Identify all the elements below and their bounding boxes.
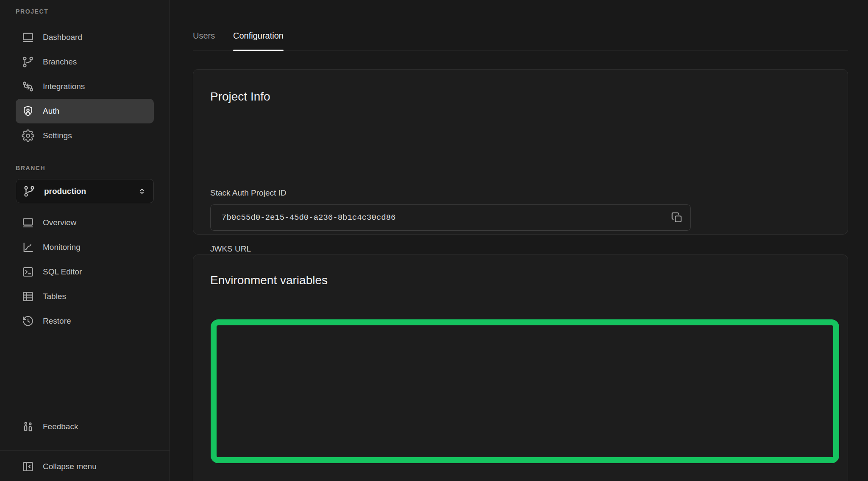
- project-nav: DashboardBranchesIntegrationsAuthSetting…: [16, 25, 154, 148]
- tab-configuration[interactable]: Configuration: [233, 21, 284, 50]
- copy-icon: [670, 211, 683, 224]
- jwks-url-label: JWKS URL: [210, 244, 251, 254]
- environment-variables-card: Environment variables Select your framew…: [193, 254, 848, 481]
- environment-variables-title: Environment variables: [210, 274, 328, 287]
- sidebar-item-dashboard[interactable]: Dashboard: [16, 25, 154, 50]
- page-tabs: Users Configuration: [193, 0, 848, 50]
- branches-icon: [23, 185, 36, 198]
- sidebar-divider: [0, 450, 170, 451]
- sidebar-item-label: Tables: [43, 292, 66, 301]
- dashboard-icon: [22, 31, 34, 44]
- sidebar-item-auth[interactable]: Auth: [16, 99, 154, 123]
- branches-icon: [22, 56, 34, 68]
- collapse-icon: [22, 460, 34, 473]
- branch-nav: OverviewMonitoringSQL EditorTablesRestor…: [16, 210, 154, 333]
- sidebar-item-tables[interactable]: Tables: [16, 284, 154, 309]
- integrations-icon: [22, 80, 34, 93]
- sidebar-item-label: Settings: [43, 131, 72, 140]
- settings-icon: [22, 129, 34, 142]
- sql-editor-icon: [22, 266, 34, 278]
- sidebar-item-settings[interactable]: Settings: [16, 123, 154, 148]
- sidebar-item-label: Overview: [43, 218, 76, 227]
- sidebar-item-restore[interactable]: Restore: [16, 309, 154, 333]
- project-id-field[interactable]: 7b0c55d0-2e15-45d0-a236-8b1c4c30cd86: [210, 204, 691, 231]
- branch-selector[interactable]: production: [16, 179, 154, 203]
- chevron-up-down-icon: [137, 187, 147, 196]
- feedback-label: Feedback: [43, 422, 78, 431]
- overview-icon: [22, 216, 34, 229]
- feedback-icon: [22, 420, 34, 433]
- collapse-menu-button[interactable]: Collapse menu: [16, 455, 154, 478]
- sidebar-item-overview[interactable]: Overview: [16, 210, 154, 235]
- sidebar-item-label: Restore: [43, 316, 71, 326]
- tab-users[interactable]: Users: [193, 21, 215, 50]
- sidebar-item-label: Dashboard: [43, 33, 82, 42]
- monitoring-icon: [22, 241, 34, 254]
- sidebar-item-feedback[interactable]: Feedback: [16, 415, 154, 439]
- sidebar-item-label: Monitoring: [43, 243, 81, 252]
- project-info-title: Project Info: [210, 90, 270, 103]
- branch-selector-value: production: [44, 187, 129, 196]
- branch-section-label: BRANCH: [16, 165, 45, 171]
- sidebar-item-label: SQL Editor: [43, 267, 82, 277]
- sidebar: PROJECT DashboardBranchesIntegrationsAut…: [0, 0, 170, 481]
- sidebar-item-label: Auth: [43, 106, 59, 116]
- sidebar-item-label: Integrations: [43, 82, 85, 91]
- auth-icon: [22, 105, 34, 117]
- restore-icon: [22, 315, 34, 327]
- project-info-card: Project Info Stack Auth Project ID 7b0c5…: [193, 69, 848, 235]
- sidebar-item-integrations[interactable]: Integrations: [16, 74, 154, 99]
- copy-project-id-button[interactable]: [668, 209, 685, 226]
- tables-icon: [22, 290, 34, 303]
- main-content: Users Configuration Project Info Stack A…: [170, 0, 868, 481]
- project-id-label: Stack Auth Project ID: [210, 188, 287, 198]
- project-section-label: PROJECT: [16, 8, 48, 15]
- sidebar-item-label: Branches: [43, 57, 77, 67]
- collapse-menu-label: Collapse menu: [43, 462, 97, 471]
- sidebar-item-monitoring[interactable]: Monitoring: [16, 235, 154, 260]
- project-id-value: 7b0c55d0-2e15-45d0-a236-8b1c4c30cd86: [222, 213, 395, 222]
- sidebar-item-branches[interactable]: Branches: [16, 50, 154, 74]
- sidebar-item-sql-editor[interactable]: SQL Editor: [16, 260, 154, 284]
